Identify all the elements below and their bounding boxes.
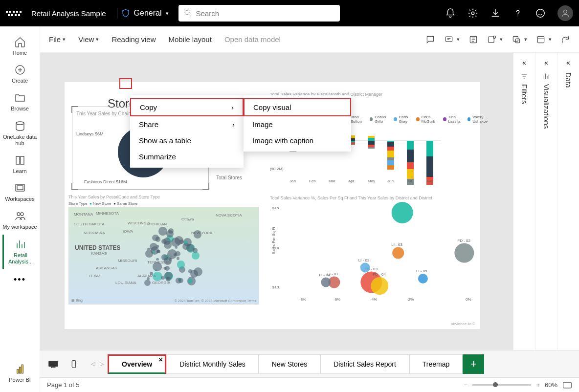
app-launcher-icon[interactable] [6, 5, 22, 21]
status-bar: Page 1 of 5 − + 60% [40, 377, 579, 392]
nav-my-workspace[interactable]: My workspace [2, 206, 38, 234]
resize-handle[interactable] [71, 183, 78, 190]
svg-rect-112 [563, 382, 572, 388]
filters-panel[interactable]: « Filters [513, 53, 535, 363]
explore-icon[interactable] [487, 35, 497, 44]
tab-district-monthly[interactable]: District Monthly Sales [166, 354, 259, 374]
nav-browse[interactable]: Browse [2, 88, 38, 116]
svg-rect-54 [387, 147, 394, 151]
nav-workspaces[interactable]: Workspaces [2, 178, 38, 206]
chevron-left-icon[interactable]: « [544, 59, 548, 66]
menu-summarize[interactable]: Summarize [130, 149, 244, 165]
context-submenu: Copy visual Image Image with caption [244, 95, 351, 152]
notifications-icon[interactable] [445, 8, 456, 19]
svg-rect-11 [17, 370, 18, 373]
tab-overview[interactable]: Overview✕ [108, 354, 166, 374]
view-icon[interactable] [468, 35, 478, 44]
svg-text:Feb: Feb [309, 179, 316, 183]
fit-page-icon[interactable] [562, 381, 572, 389]
prev-page[interactable]: ◁ [91, 361, 95, 367]
user-avatar[interactable] [557, 5, 573, 21]
svg-rect-51 [368, 147, 375, 149]
tab-treemap[interactable]: Treemap [409, 354, 463, 374]
resize-handle[interactable] [71, 106, 78, 113]
nav-onelake[interactable]: OneLake data hub [2, 116, 38, 151]
tab-district-report[interactable]: District Sales Report [320, 354, 409, 374]
menu-image[interactable]: Image [244, 116, 351, 132]
svg-text:FD - 01: FD - 01 [396, 200, 409, 201]
tab-new-stores[interactable]: New Stores [259, 354, 320, 374]
svg-rect-13 [22, 365, 23, 373]
menu-share[interactable]: Share› [130, 116, 244, 132]
page-indicator: Page 1 of 5 [47, 381, 80, 389]
map-country-label: UNITED STATES [75, 244, 121, 251]
nav-retail-analysis[interactable]: Retail Analysis... [2, 235, 38, 269]
bookmark-icon[interactable] [444, 35, 454, 44]
refresh-icon[interactable] [560, 35, 570, 44]
svg-text:Aug: Aug [426, 179, 433, 183]
nav-more[interactable]: ••• [14, 269, 26, 291]
resize-handle[interactable] [202, 183, 209, 190]
svg-point-1 [471, 12, 474, 15]
menu-view[interactable]: View▾ [78, 35, 99, 44]
nav-learn[interactable]: Learn [2, 151, 38, 178]
search-input[interactable] [196, 9, 335, 18]
svg-point-17 [493, 36, 496, 38]
add-page-button[interactable]: + [463, 354, 484, 374]
nav-power-bi[interactable]: Power BI [2, 359, 38, 387]
report-title: Retail Analysis Sample [31, 9, 106, 18]
download-icon[interactable] [490, 8, 501, 19]
data-label: Data [564, 72, 573, 88]
svg-text:Jan: Jan [290, 179, 296, 183]
map-area[interactable]: UNITED STATES Ottawa MONTANA SOUTH DAKOT… [68, 207, 259, 305]
menu-image-caption[interactable]: Image with caption [244, 132, 351, 149]
settings-icon[interactable] [468, 8, 478, 19]
nav-create[interactable]: Create [2, 60, 38, 88]
menu-show-as-table[interactable]: Show as a table [130, 132, 244, 149]
zoom-out[interactable]: − [464, 381, 468, 389]
chevron-left-icon[interactable]: « [566, 59, 570, 66]
menu-open-data-model: Open data model [224, 35, 281, 44]
menu-copy-visual[interactable]: Copy visual [244, 98, 351, 116]
nav-home[interactable]: Home [2, 32, 38, 60]
help-icon[interactable] [512, 8, 523, 19]
sync-icon[interactable] [512, 35, 521, 44]
next-page[interactable]: ▷ [100, 361, 104, 367]
svg-rect-56 [387, 157, 394, 160]
svg-rect-14 [445, 37, 452, 42]
zoom-slider[interactable] [472, 384, 531, 386]
svg-text:LI - 03: LI - 03 [391, 242, 402, 247]
layout-icon[interactable] [536, 35, 546, 44]
svg-point-10 [21, 213, 23, 216]
mobile-icon[interactable] [68, 360, 79, 369]
menu-mobile-layout[interactable]: Mobile layout [168, 35, 211, 44]
sensitivity-dropdown[interactable]: General ▾ [121, 9, 169, 18]
zoom-in[interactable]: + [536, 381, 540, 389]
power-bi-icon [14, 363, 26, 375]
svg-rect-60 [407, 150, 414, 162]
svg-rect-58 [387, 165, 394, 170]
ribbon-bar: File▾ View▾ Reading view Mobile layout O… [40, 26, 579, 53]
chevron-left-icon[interactable]: « [522, 59, 526, 66]
menu-copy[interactable]: Copy› [130, 98, 244, 116]
search-bar[interactable] [178, 5, 340, 22]
comment-icon[interactable] [425, 35, 435, 44]
scatter-visual[interactable]: Total Sales Variance %, Sales Per Sq Ft … [270, 196, 475, 313]
pie-label: Fashions Direct $16M [84, 179, 127, 184]
menu-file[interactable]: File▾ [49, 35, 66, 44]
total-stores-card[interactable]: Total Stores [216, 175, 242, 180]
desktop-icon[interactable] [48, 360, 59, 369]
svg-rect-55 [387, 151, 394, 157]
svg-rect-49 [368, 145, 375, 147]
visualizations-panel[interactable]: « Visualizations [535, 53, 557, 363]
map-visual[interactable]: This Year Sales by PostalCode and Store … [68, 195, 259, 312]
svg-text:LI - 05: LI - 05 [416, 269, 427, 273]
feedback-icon[interactable] [535, 8, 546, 19]
filter-icon [520, 72, 528, 80]
menu-reading-view[interactable]: Reading view [111, 35, 156, 44]
svg-rect-8 [17, 186, 23, 190]
side-panels: « Filters « Visualizations « Data [513, 53, 579, 363]
tab-bar: ◁ ▷ Overview✕ District Monthly Sales New… [40, 350, 579, 377]
svg-point-105 [321, 278, 331, 287]
data-panel[interactable]: « Data [557, 53, 579, 363]
